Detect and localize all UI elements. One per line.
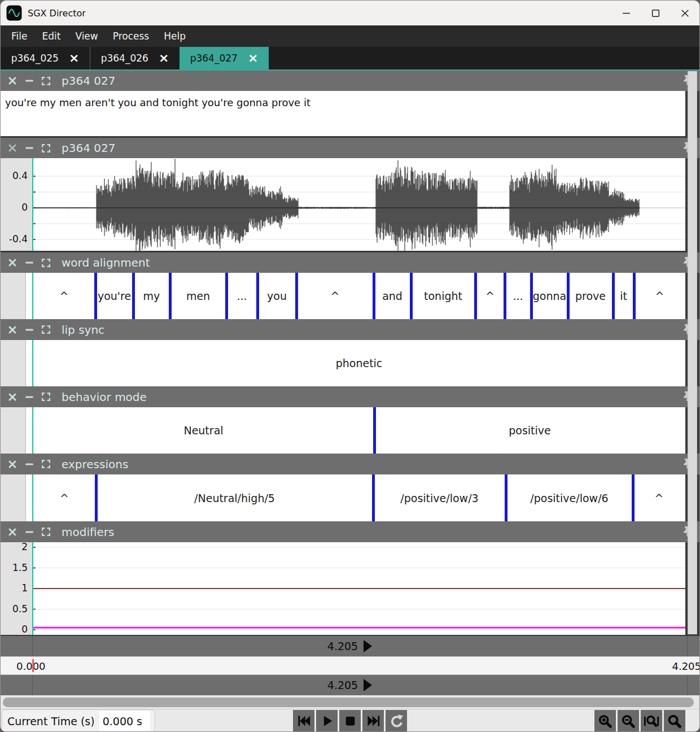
segment-label[interactable]: ... [226, 273, 257, 319]
segment-label[interactable]: you [257, 273, 296, 319]
close-panel-icon[interactable] [7, 392, 17, 402]
segment-label[interactable]: /Neutral/high/5 [96, 474, 373, 521]
expand-panel-icon[interactable] [41, 143, 51, 153]
segment-divider[interactable] [612, 273, 615, 319]
segment-divider[interactable] [567, 273, 570, 319]
modifiers-plot[interactable]: 21.510.50 [1, 542, 685, 635]
segment-label[interactable]: ^ [634, 273, 685, 319]
tab-close-icon[interactable]: × [159, 53, 169, 64]
close-window-icon[interactable] [670, 1, 699, 25]
minimize-panel-icon[interactable] [24, 459, 34, 469]
zoom-in-button[interactable] [594, 710, 616, 732]
close-panel-icon[interactable] [7, 459, 17, 469]
close-panel-icon[interactable] [7, 143, 17, 153]
minimize-panel-icon[interactable] [24, 143, 34, 153]
menu-view[interactable]: View [68, 25, 105, 47]
segment-divider[interactable] [633, 273, 636, 319]
waveform-plot[interactable]: 0.40-0.4 [1, 158, 685, 251]
segment-divider[interactable] [95, 474, 98, 521]
segment-divider[interactable] [372, 474, 375, 521]
segment-label[interactable]: phonetic [33, 340, 685, 386]
segment-divider[interactable] [373, 273, 375, 319]
playhead-line[interactable] [32, 273, 33, 319]
segment-label[interactable]: gonna [531, 273, 568, 319]
play-button[interactable] [316, 710, 338, 732]
segment-divider[interactable] [505, 474, 508, 521]
segment-divider[interactable] [474, 273, 477, 319]
segment-divider[interactable] [225, 273, 228, 319]
time-ruler[interactable]: 0.000 4.205 [1, 656, 699, 675]
vertical-scrollbar[interactable] [688, 71, 697, 634]
segment-label[interactable]: ... [505, 273, 531, 319]
playhead-line[interactable] [32, 407, 33, 454]
segment-divider[interactable] [295, 273, 298, 319]
tab-close-icon[interactable]: × [69, 53, 79, 64]
zoom-button[interactable] [664, 710, 685, 732]
ruler-playhead[interactable] [32, 659, 34, 672]
close-panel-icon[interactable] [7, 527, 17, 537]
playhead-line[interactable] [32, 340, 33, 386]
segment-label[interactable]: /positive/low/3 [373, 474, 506, 521]
slider-handle-icon[interactable] [363, 678, 373, 692]
segment-label[interactable]: ^ [296, 273, 374, 319]
expand-panel-icon[interactable] [41, 459, 51, 469]
segment-label[interactable]: ^ [633, 474, 685, 521]
expand-panel-icon[interactable] [41, 392, 51, 402]
playhead-line[interactable] [32, 158, 33, 251]
segment-label[interactable]: my [133, 273, 170, 319]
maximize-window-icon[interactable] [641, 1, 670, 25]
slider-handle-icon[interactable] [363, 639, 373, 653]
expand-panel-icon[interactable] [41, 258, 51, 268]
segment-divider[interactable] [94, 273, 97, 319]
segment-divider[interactable] [504, 273, 506, 319]
segment-label[interactable]: ^ [33, 273, 95, 319]
segment-label[interactable]: /positive/low/6 [506, 474, 633, 521]
segment-divider[interactable] [132, 273, 135, 319]
menu-help[interactable]: Help [156, 25, 193, 47]
segment-divider[interactable] [410, 273, 413, 319]
timeline-slider-bottom[interactable]: 4.205 [1, 675, 699, 695]
minimize-panel-icon[interactable] [24, 527, 34, 537]
close-panel-icon[interactable] [7, 258, 17, 268]
stop-button[interactable] [339, 710, 361, 732]
tab-p364_027[interactable]: p364_027× [180, 47, 269, 69]
segment-divider[interactable] [256, 273, 259, 319]
tab-close-icon[interactable]: × [248, 53, 258, 64]
expand-panel-icon[interactable] [41, 76, 51, 86]
segment-label[interactable]: and [374, 273, 411, 319]
loop-button[interactable] [386, 710, 407, 732]
segment-label[interactable]: you're [95, 273, 133, 319]
segment-divider[interactable] [169, 273, 172, 319]
minimize-panel-icon[interactable] [24, 392, 34, 402]
horizontal-scrollbar-thumb[interactable] [3, 698, 694, 707]
segment-label[interactable]: prove [568, 273, 613, 319]
timeline-slider-top[interactable]: 4.205 [1, 636, 699, 656]
segment-label[interactable]: Neutral [33, 407, 374, 454]
minimize-panel-icon[interactable] [24, 258, 34, 268]
close-panel-icon[interactable] [7, 325, 17, 334]
zoom-fit-button[interactable] [641, 710, 662, 732]
playhead-line[interactable] [32, 542, 33, 635]
segment-label[interactable]: tonight [411, 273, 475, 319]
segment-divider[interactable] [530, 273, 533, 319]
segment-label[interactable]: positive [374, 407, 685, 454]
menu-edit[interactable]: Edit [34, 25, 68, 47]
minimize-panel-icon[interactable] [24, 325, 34, 334]
skip-to-end-button[interactable] [362, 710, 384, 732]
segment-label[interactable]: it [613, 273, 634, 319]
segment-label[interactable]: ^ [33, 474, 96, 521]
minimize-window-icon[interactable] [611, 1, 641, 25]
playhead-line[interactable] [32, 474, 33, 521]
segment-divider[interactable] [373, 407, 376, 454]
expand-panel-icon[interactable] [41, 527, 51, 537]
menu-process[interactable]: Process [106, 25, 157, 47]
close-panel-icon[interactable] [7, 76, 17, 86]
segment-label[interactable]: men [170, 273, 226, 319]
segment-divider[interactable] [632, 474, 635, 521]
menu-file[interactable]: File [4, 25, 34, 47]
expand-panel-icon[interactable] [41, 325, 51, 334]
segment-label[interactable]: ^ [475, 273, 505, 319]
skip-to-start-button[interactable] [293, 710, 314, 732]
zoom-out-button[interactable] [618, 710, 639, 732]
current-time-field[interactable]: 0.000 s [99, 711, 150, 731]
